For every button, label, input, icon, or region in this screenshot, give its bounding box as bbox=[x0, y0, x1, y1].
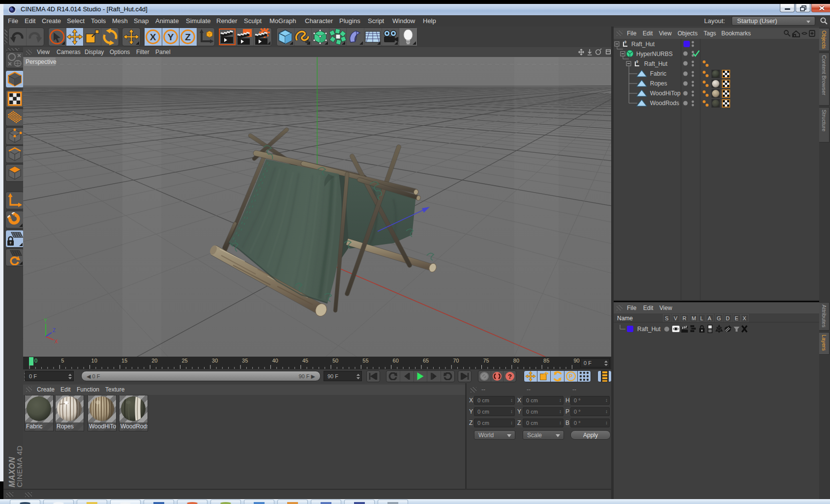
svg-text:L: L bbox=[700, 315, 703, 321]
svg-text:30: 30 bbox=[212, 358, 218, 364]
svg-text:?: ? bbox=[508, 373, 512, 380]
svg-text:Fabric: Fabric bbox=[650, 70, 666, 77]
svg-text:Ropes: Ropes bbox=[650, 80, 667, 87]
svg-text:P: P bbox=[569, 373, 572, 379]
svg-text:25: 25 bbox=[182, 358, 188, 364]
svg-text:45: 45 bbox=[302, 358, 308, 364]
svg-text:Z: Z bbox=[53, 328, 56, 333]
svg-text:G: G bbox=[717, 315, 721, 321]
svg-text:V: V bbox=[674, 315, 678, 321]
svg-text:X: X bbox=[55, 339, 58, 344]
svg-text:0: 0 bbox=[34, 358, 37, 364]
svg-text:60: 60 bbox=[393, 358, 399, 364]
svg-text:5: 5 bbox=[61, 358, 64, 364]
svg-text:E: E bbox=[735, 315, 738, 321]
svg-text:70: 70 bbox=[453, 358, 459, 364]
svg-text:S: S bbox=[665, 315, 668, 321]
svg-text:90: 90 bbox=[573, 358, 579, 364]
svg-text:0: 0 bbox=[636, 60, 638, 63]
svg-text:X: X bbox=[742, 315, 746, 321]
svg-text:35: 35 bbox=[242, 358, 248, 364]
svg-text:D: D bbox=[726, 315, 730, 321]
svg-text:10: 10 bbox=[91, 358, 97, 364]
svg-text:Y: Y bbox=[44, 318, 47, 323]
svg-text:65: 65 bbox=[423, 358, 429, 364]
svg-text:0: 0 bbox=[624, 40, 626, 44]
svg-text:75: 75 bbox=[483, 358, 489, 364]
svg-text:M: M bbox=[691, 315, 696, 321]
svg-text:Y: Y bbox=[168, 32, 174, 42]
svg-text:Raft_Hut: Raft_Hut bbox=[637, 326, 661, 333]
svg-text:Perspective: Perspective bbox=[26, 58, 57, 65]
svg-text:WoodRods: WoodRods bbox=[650, 100, 679, 107]
svg-text:Name: Name bbox=[617, 315, 633, 322]
svg-text:15: 15 bbox=[121, 358, 127, 364]
svg-text:85: 85 bbox=[543, 358, 549, 364]
svg-text:55: 55 bbox=[362, 358, 368, 364]
svg-text:40: 40 bbox=[272, 358, 278, 364]
svg-text:X: X bbox=[150, 32, 156, 42]
svg-text:50: 50 bbox=[332, 358, 338, 364]
svg-text:HyperNURBS: HyperNURBS bbox=[636, 51, 673, 57]
svg-text:R: R bbox=[682, 315, 686, 321]
svg-text:Raft_Hut: Raft_Hut bbox=[644, 60, 668, 67]
svg-text:80: 80 bbox=[513, 358, 519, 364]
svg-text:A: A bbox=[708, 315, 711, 321]
svg-text:Z: Z bbox=[185, 32, 191, 42]
svg-text:Raft_Hut: Raft_Hut bbox=[631, 41, 655, 48]
svg-text:WoodHiTop: WoodHiTop bbox=[650, 90, 681, 97]
svg-text:20: 20 bbox=[151, 358, 157, 364]
